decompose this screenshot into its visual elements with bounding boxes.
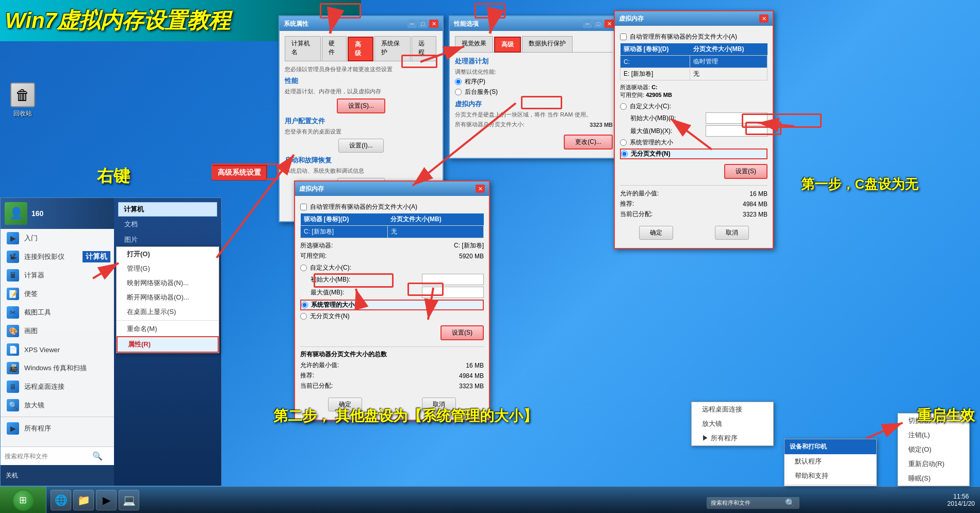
sys-props-minimize[interactable]: ─ xyxy=(407,20,417,28)
magnifier-icon: 🔍 xyxy=(7,399,19,411)
remote-item[interactable]: 远程桌面连接 xyxy=(692,402,773,417)
shutdown-lock[interactable]: 锁定(O) xyxy=(898,442,969,457)
search-input[interactable] xyxy=(5,453,92,460)
init-input[interactable] xyxy=(422,274,484,285)
sys-props-maximize[interactable]: □ xyxy=(418,20,428,28)
tab-sys-protection[interactable]: 系统保护 xyxy=(374,36,411,61)
projector-icon: 📽 xyxy=(7,251,19,263)
large-space-label: 可用空间: 42905 MB xyxy=(620,91,767,99)
space-label: 可用空间: xyxy=(300,252,326,260)
magnifier-item[interactable]: 放大镜 xyxy=(692,417,773,431)
vmem-small-close[interactable]: ✕ xyxy=(476,185,485,193)
perf-close[interactable]: ✕ xyxy=(605,20,614,28)
vmem-small-title: 虚拟内存 xyxy=(299,185,324,193)
large-no-page-rb[interactable] xyxy=(621,151,628,157)
tray-help[interactable]: 帮助和支持 xyxy=(785,469,876,483)
taskbar-icon-media[interactable]: ▶ xyxy=(96,490,117,510)
drive-row-c[interactable]: C: [新加卷] 无 xyxy=(301,226,484,238)
vmem-large-close[interactable]: ✕ xyxy=(759,14,769,23)
ctx-properties[interactable]: 属性(R) xyxy=(117,336,219,353)
vmem-small-ok[interactable]: 确定 xyxy=(328,398,362,411)
taskbar-icon-ie[interactable]: 🌐 xyxy=(51,490,71,510)
sidebar-item-xps[interactable]: 📄 XPS Viewer xyxy=(1,340,114,359)
totals-title: 所有驱动器分页文件大小的总数 xyxy=(300,350,484,359)
sidebar-item-snip[interactable]: ✂ 截图工具 xyxy=(1,303,114,322)
large-max-input[interactable] xyxy=(706,125,767,137)
tab-hardware[interactable]: 硬件 xyxy=(322,36,347,61)
auto-manage-large-cb[interactable] xyxy=(620,34,627,40)
no-page-radio-item: 无分页文件(N) xyxy=(300,312,484,321)
large-sys-rb[interactable] xyxy=(620,139,627,146)
right-item-docs[interactable]: 文档 xyxy=(118,217,217,232)
ctx-rename[interactable]: 重命名(M) xyxy=(117,322,219,336)
total-label: 所有驱动器总分页文件大小: xyxy=(455,121,525,128)
start-orb[interactable]: ⊞ xyxy=(12,489,34,511)
services-radio[interactable] xyxy=(455,89,462,95)
large-size-fields: 初始大小(MB)(I): 最大值(MB)(X): xyxy=(630,112,767,137)
large-set-btn[interactable]: 设置(S) xyxy=(724,164,767,179)
sidebar-item-magnifier[interactable]: 🔍 放大镜 xyxy=(1,396,114,415)
tray-default-programs[interactable]: 默认程序 xyxy=(785,454,876,469)
large-cancel-btn[interactable]: 取消 xyxy=(715,226,749,240)
max-input[interactable] xyxy=(422,287,484,298)
taskbar-icon-explorer[interactable]: 📁 xyxy=(73,490,94,510)
auto-manage-checkbox[interactable] xyxy=(300,204,307,210)
system-managed-radio[interactable] xyxy=(301,302,308,308)
tab-remote[interactable]: 远程 xyxy=(412,36,436,61)
large-drive-row-e[interactable]: E: [新加卷] 无 xyxy=(620,68,767,80)
vmem-set-btn[interactable]: 设置(S) xyxy=(440,325,484,340)
sidebar-item-paint[interactable]: 🎨 画图 xyxy=(1,322,114,340)
right-item-pics[interactable]: 图片 xyxy=(118,232,217,247)
sidebar-item-all-programs[interactable]: ▶ 所有程序 xyxy=(1,419,114,438)
sidebar-item-fax[interactable]: 📠 Windows 传真和扫描 xyxy=(1,359,114,377)
ctx-open[interactable]: 打开(O) xyxy=(117,247,219,261)
computer-highlight[interactable]: 计算机 xyxy=(118,202,217,217)
program-radio[interactable] xyxy=(455,78,462,85)
large-init-input[interactable] xyxy=(706,112,767,124)
perf-settings-btn[interactable]: 设置(S)... xyxy=(337,98,385,113)
start-divider-1 xyxy=(1,417,114,417)
sidebar-item-intro[interactable]: ▶ 入门 xyxy=(1,229,114,247)
vmem-small-buttons: 确定 取消 xyxy=(300,394,484,415)
recycle-bin-icon: 🗑 xyxy=(10,82,35,107)
all-programs-item[interactable]: ▶ 所有程序 xyxy=(692,431,773,445)
large-custom-rb[interactable] xyxy=(620,103,627,110)
paint-label: 画图 xyxy=(24,326,38,336)
tab-visual-effects[interactable]: 视觉效果 xyxy=(455,36,493,52)
sidebar-item-calc[interactable]: 🖩 计算器 xyxy=(1,266,114,285)
shutdown-sleep[interactable]: 睡眠(S) xyxy=(898,471,969,486)
shutdown-switch-user[interactable]: 切换用户(W) xyxy=(898,413,969,428)
ctx-manage[interactable]: 管理(G) xyxy=(117,261,219,276)
tab-dep[interactable]: 数据执行保护 xyxy=(522,36,573,52)
custom-radio[interactable] xyxy=(300,264,307,271)
user-profiles-settings-btn[interactable]: 设置(I)... xyxy=(338,139,383,153)
tab-computer-name[interactable]: 计算机名 xyxy=(285,36,321,61)
no-page-radio[interactable] xyxy=(300,313,307,320)
tab-advanced-perf[interactable]: 高级 xyxy=(494,37,521,53)
shutdown-logout[interactable]: 注销(L) xyxy=(898,428,969,442)
user-profiles-desc: 您登录有关的桌面设置 xyxy=(285,128,437,136)
sidebar-item-notes[interactable]: 📝 便签 xyxy=(1,285,114,303)
ctx-disconnect-drive[interactable]: 断开网络驱动器(O)... xyxy=(117,290,219,305)
recommend-val: 4984 MB xyxy=(459,372,484,379)
large-drive-row-c[interactable]: C: 临时管理 xyxy=(620,56,767,68)
shutdown-label[interactable]: 关机 xyxy=(6,471,18,480)
shutdown-restart[interactable]: 重新启动(R) xyxy=(898,457,969,471)
tab-advanced[interactable]: 高级 xyxy=(348,37,373,61)
ctx-map-drive[interactable]: 映射网络驱动器(N)... xyxy=(117,276,219,290)
services-radio-label: 后台服务(S) xyxy=(465,88,498,96)
start-button[interactable]: ⊞ xyxy=(0,487,46,514)
taskbar-icon-computer[interactable]: 💻 xyxy=(119,490,139,510)
perf-minimize[interactable]: ─ xyxy=(583,20,592,28)
change-btn[interactable]: 更改(C)... xyxy=(564,135,613,150)
sys-props-close[interactable]: ✕ xyxy=(429,20,438,28)
current-row: 当前已分配: 3323 MB xyxy=(300,382,484,390)
perf-maximize[interactable]: □ xyxy=(594,20,603,28)
user-avatar: 👤 xyxy=(5,202,27,225)
ctx-show-desktop[interactable]: 在桌面上显示(S) xyxy=(117,305,219,319)
vmem-small-cancel[interactable]: 取消 xyxy=(422,398,456,411)
sidebar-item-remote[interactable]: 🖥 远程桌面连接 xyxy=(1,377,114,396)
large-ok-btn[interactable]: 确定 xyxy=(639,226,673,240)
fax-icon: 📠 xyxy=(7,362,19,374)
drives-table: 驱动器 [卷标](D) 分页文件大小(MB) C: [新加卷] 无 xyxy=(300,213,484,238)
